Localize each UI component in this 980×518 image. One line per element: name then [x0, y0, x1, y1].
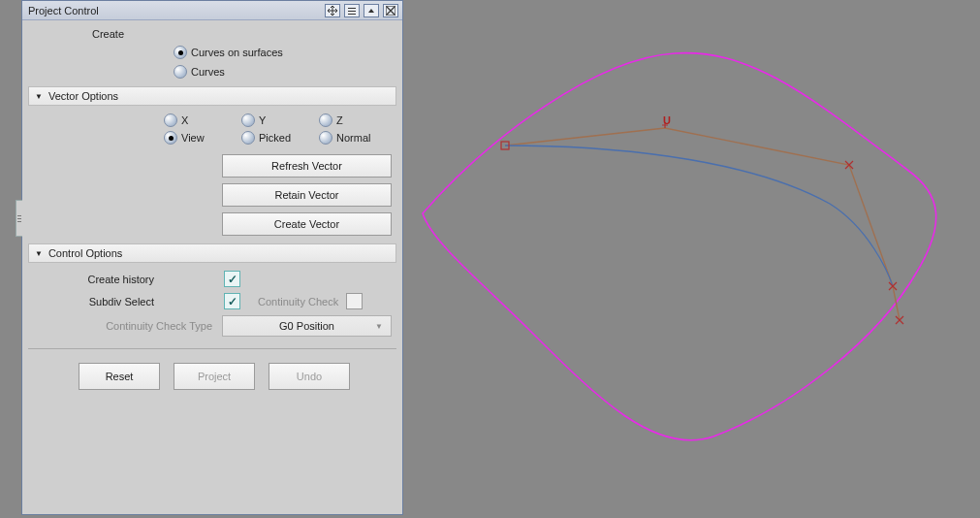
radio-label: Curves	[191, 66, 225, 78]
radio-label: X	[181, 114, 188, 126]
radio-z[interactable]: Z	[319, 113, 379, 127]
radio-label: Picked	[259, 132, 291, 144]
radio-y[interactable]: Y	[241, 113, 301, 127]
window-title: Project Control	[28, 5, 321, 16]
svg-rect-0	[348, 8, 356, 9]
chevron-down-icon: ▼	[35, 92, 43, 101]
chevron-down-icon: ▼	[375, 322, 383, 331]
svg-rect-2	[348, 14, 356, 15]
radio-label: Z	[336, 114, 343, 126]
viewport-3d[interactable]: U	[403, 0, 980, 518]
titlebar-move-icon[interactable]	[325, 4, 340, 17]
create-history-label: Create history	[28, 274, 164, 285]
radio-x[interactable]: X	[164, 113, 224, 127]
create-history-checkbox[interactable]	[224, 271, 240, 287]
radio-view[interactable]: View	[164, 131, 224, 145]
radio-icon	[319, 131, 332, 145]
surface-curve-render: U	[403, 0, 980, 518]
retain-vector-button[interactable]: Retain Vector	[222, 183, 392, 207]
u-parameter-label: U	[663, 114, 671, 126]
titlebar: Project Control	[22, 1, 402, 20]
undo-button[interactable]: Undo	[269, 363, 350, 390]
radio-label: Normal	[336, 132, 370, 144]
section-vector-options[interactable]: ▼ Vector Options	[28, 86, 396, 106]
radio-icon	[174, 46, 187, 59]
subdiv-select-checkbox[interactable]	[224, 293, 240, 309]
project-control-panel: Project Control Create Curves on surface…	[21, 0, 403, 515]
radio-icon	[241, 131, 255, 145]
divider	[28, 348, 396, 349]
radio-icon	[174, 65, 187, 79]
section-title: Control Options	[48, 247, 122, 259]
radio-label: Curves on surfaces	[191, 47, 283, 58]
radio-curves[interactable]: Curves	[174, 65, 225, 79]
subdiv-select-label: Subdiv Select	[28, 296, 164, 308]
create-heading: Create	[28, 28, 164, 40]
section-control-options[interactable]: ▼ Control Options	[28, 243, 396, 263]
continuity-check-type-select[interactable]: G0 Position ▼	[222, 315, 392, 337]
continuity-check-checkbox[interactable]	[346, 293, 363, 309]
svg-rect-1	[348, 11, 356, 12]
radio-curves-on-surfaces[interactable]: Curves on surfaces	[174, 46, 283, 59]
project-button[interactable]: Project	[174, 363, 255, 390]
titlebar-collapse-icon[interactable]	[364, 4, 379, 17]
refresh-vector-button[interactable]: Refresh Vector	[222, 154, 392, 178]
reset-button[interactable]: Reset	[79, 363, 160, 390]
radio-label: View	[181, 132, 205, 144]
radio-label: Y	[259, 114, 266, 126]
radio-icon	[319, 113, 332, 127]
radio-icon	[164, 113, 177, 127]
titlebar-close-icon[interactable]	[383, 4, 398, 17]
select-value: G0 Position	[279, 320, 334, 332]
radio-icon	[164, 131, 177, 145]
panel-grip[interactable]	[16, 200, 22, 237]
radio-picked[interactable]: Picked	[241, 131, 301, 145]
radio-normal[interactable]: Normal	[319, 131, 379, 145]
continuity-check-type-label: Continuity Check Type	[28, 320, 222, 332]
chevron-down-icon: ▼	[35, 249, 43, 258]
titlebar-menu-icon[interactable]	[344, 4, 360, 17]
radio-icon	[241, 113, 255, 127]
create-vector-button[interactable]: Create Vector	[222, 212, 392, 236]
section-title: Vector Options	[48, 90, 118, 102]
continuity-check-label: Continuity Check	[258, 296, 338, 308]
